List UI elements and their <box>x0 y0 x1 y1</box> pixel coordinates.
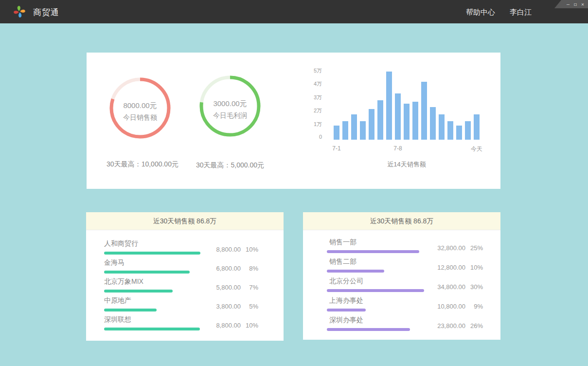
bar <box>456 126 462 140</box>
app-header: 商贸通 帮助中心 李白江 – ◻ ✕ <box>0 0 588 23</box>
today-profit-value: 3000.00元 <box>198 99 262 109</box>
today-profit-label: 今日毛利润 <box>198 111 262 120</box>
ranking-row-bar <box>327 270 384 273</box>
ranking-row-bar <box>104 328 200 330</box>
y-tick-label: 4万 <box>303 80 322 88</box>
ranking-row-percent: 7% <box>241 284 258 291</box>
y-tick-label: 3万 <box>303 94 322 101</box>
customer-ranking-card: 近30天销售额 86.8万 人和商贸行8,800.0010%金海马6,800.0… <box>86 212 284 341</box>
ranking-row-amount: 32,800.00 <box>427 244 465 252</box>
help-center-link[interactable]: 帮助中心 <box>466 8 495 17</box>
ranking-row-amount: 8,800.00 <box>202 246 241 253</box>
ranking-row: 深圳联想8,800.0010% <box>86 315 284 334</box>
ranking-row-percent: 9% <box>465 303 483 310</box>
ranking-row-bar <box>327 328 410 331</box>
bar <box>465 121 471 140</box>
ranking-row-bar <box>327 289 424 292</box>
bar <box>334 126 339 140</box>
ranking-row-percent: 5% <box>241 303 258 310</box>
ranking-row-amount: 12,800.00 <box>427 264 465 271</box>
x-tick-label: 7-1 <box>332 145 340 152</box>
ranking-row-percent: 10% <box>465 264 483 271</box>
ranking-row: 金海马6,800.008% <box>86 258 284 277</box>
ranking-row: 销售二部12,800.0010% <box>303 257 500 277</box>
ranking-row-amount: 5,800.00 <box>202 284 241 291</box>
bar <box>412 102 418 140</box>
y-tick-label: 0 <box>303 134 322 140</box>
ranking-row: 销售一部32,800.0025% <box>303 238 500 257</box>
department-ranking-rows: 销售一部32,800.0025%销售二部12,800.0010%北京分公司34,… <box>303 230 500 335</box>
ranking-row-amount: 8,800.00 <box>202 322 241 329</box>
ranking-row-percent: 10% <box>241 322 258 329</box>
bar <box>369 109 374 140</box>
profit-30d-max: 30天最高：5,000.00元 <box>186 161 274 170</box>
x-tick-label: 今天 <box>471 145 482 153</box>
app-title: 商贸通 <box>33 7 59 18</box>
bar <box>430 107 436 140</box>
sales-30d-max: 30天最高：10,000.00元 <box>96 160 189 169</box>
ranking-row-amount: 10,800.00 <box>427 303 465 310</box>
x-tick-label: 7-8 <box>393 145 402 152</box>
bar-series <box>334 72 480 140</box>
ranking-row-amount: 3,800.00 <box>202 303 241 310</box>
y-tick-label: 5万 <box>303 67 322 74</box>
app-logo-icon <box>13 5 26 18</box>
customer-ranking-title: 近30天销售额 86.8万 <box>86 212 284 230</box>
bar <box>404 104 410 140</box>
bar-chart-title: 近14天销售额 <box>334 160 480 169</box>
close-icon[interactable]: ✕ <box>581 2 584 7</box>
ranking-row-percent: 30% <box>465 283 483 291</box>
user-name-link[interactable]: 李白江 <box>510 8 532 17</box>
bar <box>377 100 383 140</box>
ranking-row-bar <box>104 309 157 311</box>
bar <box>360 121 366 140</box>
department-ranking-title: 近30天销售额 86.8万 <box>303 212 500 230</box>
ranking-row-bar <box>327 309 366 311</box>
ranking-row-amount: 6,800.00 <box>202 265 241 272</box>
ranking-row-percent: 25% <box>465 244 483 252</box>
ranking-row-amount: 23,800.00 <box>427 322 465 329</box>
bar <box>439 114 445 140</box>
window-controls: – ◻ ✕ <box>554 0 588 8</box>
ranking-row: 人和商贸行8,800.0010% <box>86 239 284 258</box>
ranking-row-bar <box>104 252 200 255</box>
bar <box>447 121 453 140</box>
today-sales-label: 今日销售额 <box>108 113 172 122</box>
ranking-row-percent: 8% <box>241 265 258 272</box>
ranking-row: 北京万象MIX5,800.007% <box>86 277 284 296</box>
bar <box>342 121 348 140</box>
ranking-row: 上海办事处10,800.009% <box>303 296 500 316</box>
ranking-row: 中原地产3,800.005% <box>86 296 284 315</box>
ranking-row-bar <box>327 250 419 253</box>
ranking-row: 深圳办事处23,800.0026% <box>303 316 500 335</box>
ranking-row-bar <box>104 271 190 274</box>
today-sales-value: 8000.00元 <box>108 101 172 110</box>
maximize-icon[interactable]: ◻ <box>574 2 577 7</box>
bar <box>351 114 357 140</box>
overview-card: 8000.00元 今日销售额 30天最高：10,000.00元 3000.00元… <box>87 53 500 189</box>
ranking-row-bar <box>104 290 173 293</box>
ranking-row: 北京分公司34,800.0030% <box>303 277 500 296</box>
y-tick-label: 1万 <box>303 121 322 128</box>
bar <box>421 82 427 140</box>
ranking-row-amount: 34,800.00 <box>427 283 465 291</box>
ranking-row-percent: 10% <box>241 246 258 253</box>
department-ranking-card: 近30天销售额 86.8万 销售一部32,800.0025%销售二部12,800… <box>303 212 500 340</box>
bar <box>395 93 401 140</box>
ranking-row-percent: 26% <box>465 322 483 329</box>
minimize-icon[interactable]: – <box>567 2 570 7</box>
y-tick-label: 2万 <box>303 107 322 114</box>
bar <box>386 72 392 140</box>
bar <box>474 114 480 140</box>
customer-ranking-rows: 人和商贸行8,800.0010%金海马6,800.008%北京万象MIX5,80… <box>86 230 284 334</box>
